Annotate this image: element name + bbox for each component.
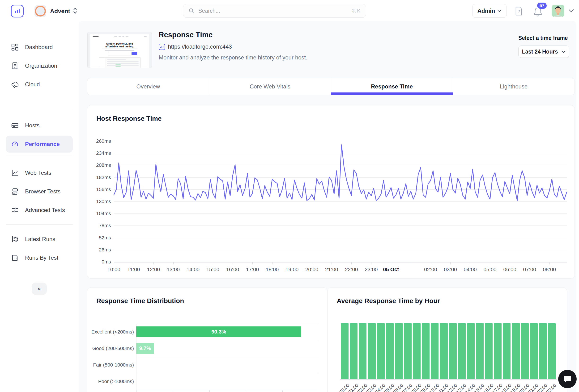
- sidebar-divider: [6, 224, 73, 224]
- hour-bar: [467, 323, 475, 379]
- user-avatar[interactable]: [552, 5, 564, 17]
- category-separator: [136, 357, 319, 357]
- y-axis-tick-label: 0ms: [90, 259, 111, 265]
- help-docs-button[interactable]: ?: [515, 6, 523, 16]
- doc-chart-icon: [11, 254, 19, 262]
- x-axis-tick: [173, 262, 174, 264]
- sidebar-item-organization[interactable]: Organization: [6, 57, 73, 74]
- app-logo[interactable]: [11, 5, 24, 17]
- chat-bubble-icon: [563, 375, 572, 383]
- thumb-dashboard-preview: [99, 57, 141, 68]
- y-axis-tick-label: 234ms: [90, 150, 111, 156]
- sidebar-item-browser-tests[interactable]: Browser Tests: [6, 183, 73, 200]
- x-axis-tick: [210, 390, 210, 392]
- org-switcher-icon[interactable]: [72, 7, 78, 14]
- hour-bar: [377, 323, 385, 379]
- hour-bar: [476, 323, 484, 379]
- svg-text:?: ?: [518, 9, 520, 14]
- x-axis-tick: [510, 262, 510, 264]
- y-axis-tick-label: 182ms: [90, 174, 111, 180]
- y-axis-tick-label: 52ms: [90, 235, 111, 241]
- sidebar-item-latest-runs[interactable]: Latest Runs: [6, 231, 73, 248]
- host-mini-chart-icon: [159, 44, 165, 50]
- chat-widget-button[interactable]: [558, 370, 577, 388]
- x-axis-tick: [283, 390, 283, 392]
- y-axis-tick-label: 26ms: [90, 247, 111, 253]
- search-icon: [188, 8, 195, 14]
- thumb-cta-button: [132, 52, 137, 55]
- host-response-time-card: Host Response Time 0ms26ms52ms78ms104ms1…: [87, 106, 575, 278]
- thumb-headline: Simple, powerful, and affordable load te…: [90, 42, 149, 48]
- cloud-icon: [11, 80, 19, 88]
- tab-lighthouse[interactable]: Lighthouse: [453, 78, 575, 95]
- hour-bar: [386, 323, 394, 379]
- page-title: Response Time: [159, 31, 213, 39]
- sidebar-item-cloud[interactable]: Cloud: [6, 76, 73, 93]
- x-axis-tick-label: 05 Oct: [378, 267, 404, 273]
- hour-bar: [422, 323, 430, 379]
- hour-bar: [539, 323, 547, 379]
- page-description: Monitor and analyze the response time hi…: [159, 54, 307, 61]
- y-axis-tick-label: 130ms: [90, 199, 111, 204]
- category-separator: [136, 373, 319, 373]
- hour-bar: [350, 323, 358, 379]
- sliders-icon: [11, 206, 19, 214]
- admin-menu-button[interactable]: Admin: [472, 4, 507, 18]
- user-menu-chevron-icon[interactable]: [569, 9, 574, 12]
- thumb-logo: [93, 36, 99, 37]
- sidebar-item-dashboard[interactable]: Dashboard: [6, 39, 73, 56]
- sidebar-item-web-tests[interactable]: Web Tests: [6, 165, 73, 181]
- tab-response-time[interactable]: Response Time: [331, 78, 453, 95]
- host-url-row: https://loadforge.com:443: [159, 43, 232, 50]
- search-bar[interactable]: ⌘K: [183, 4, 366, 18]
- admin-label: Admin: [477, 7, 495, 14]
- sidebar-item-label: Hosts: [25, 122, 39, 129]
- x-axis-tick: [391, 262, 391, 264]
- bar-chart-icon: [14, 8, 20, 14]
- x-axis-tick: [292, 262, 292, 264]
- sidebar-item-performance[interactable]: Performance: [6, 136, 73, 153]
- org-avatar[interactable]: [34, 5, 46, 17]
- sidebar-collapse-button[interactable]: «: [32, 282, 47, 295]
- x-axis-tick: [319, 390, 319, 392]
- average-response-time-card: Average Response Time by Hour 00:0001:00…: [328, 288, 567, 392]
- x-axis-line: [136, 390, 319, 390]
- distribution-chart-title: Response Time Distribution: [96, 297, 184, 305]
- x-axis-tick: [233, 262, 233, 264]
- grid-icon: [11, 43, 19, 51]
- timeframe-select[interactable]: Last 24 Hours: [518, 46, 569, 58]
- org-name: Advent: [50, 8, 70, 15]
- sidebar-item-label: Dashboard: [25, 44, 53, 51]
- tab-core-web-vitals[interactable]: Core Web Vitals: [209, 78, 331, 95]
- search-input[interactable]: [198, 7, 349, 14]
- sidebar-divider: [6, 156, 73, 156]
- sidebar-item-hosts[interactable]: Hosts: [6, 117, 73, 134]
- hour-bar: [494, 323, 502, 379]
- x-axis-tick: [173, 390, 173, 392]
- tab-overview[interactable]: Overview: [87, 78, 209, 95]
- x-axis-tick-label: 08:00: [536, 267, 563, 273]
- hour-bar: [449, 323, 457, 379]
- category-label: Poor (>1000ms): [89, 379, 134, 384]
- y-axis-tick-label: 156ms: [90, 187, 111, 192]
- line-chart-icon: [11, 169, 19, 177]
- tab-bar: OverviewCore Web VitalsResponse TimeLigh…: [87, 78, 575, 95]
- sidebar-divider: [6, 111, 73, 111]
- x-axis-tick: [411, 262, 411, 264]
- hour-bar: [368, 323, 375, 379]
- sidebar-item-runs-by-test[interactable]: Runs By Test: [6, 249, 73, 266]
- chevron-down-icon: [497, 9, 502, 12]
- sidebar-item-label: Cloud: [25, 81, 40, 88]
- x-axis-tick: [153, 262, 154, 264]
- sidebar-item-label: Web Tests: [25, 169, 51, 176]
- x-axis-tick: [193, 262, 193, 264]
- org-avatar-ring: [35, 6, 46, 16]
- host-url[interactable]: https://loadforge.com:443: [168, 43, 232, 50]
- sidebar-item-label: Advanced Tests: [25, 207, 65, 214]
- document-question-icon: ?: [515, 6, 523, 16]
- category-label: Fair (500-1000ms): [89, 362, 134, 368]
- hour-bar: [431, 323, 438, 379]
- hour-bar: [341, 323, 349, 379]
- category-label: Good (200-500ms): [89, 345, 134, 351]
- sidebar-item-advanced-tests[interactable]: Advanced Tests: [6, 202, 73, 219]
